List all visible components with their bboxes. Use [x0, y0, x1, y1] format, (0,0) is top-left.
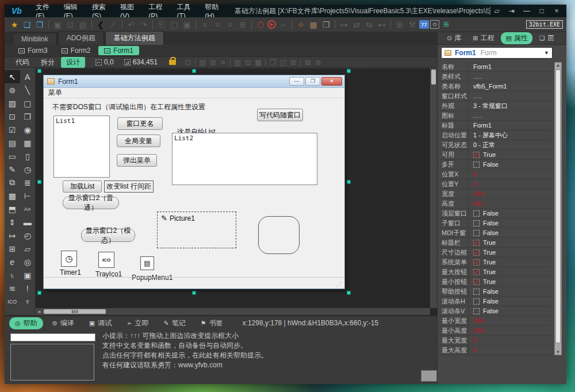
property-value[interactable]: False	[483, 306, 499, 316]
property-value[interactable]: 0	[473, 170, 477, 179]
compile-cube-icon[interactable]: ⬡	[255, 19, 266, 30]
toolbar-separator[interactable]	[335, 20, 335, 29]
property-value[interactable]: False	[483, 297, 499, 306]
space-h-icon[interactable]: ❐	[267, 58, 278, 67]
selection-handle[interactable]	[37, 291, 41, 295]
align-right-icon[interactable]: ≡	[224, 19, 236, 30]
property-row[interactable]: 窗口样式 ....	[439, 91, 551, 101]
chrome-browser-tool[interactable]: ◎	[20, 255, 36, 268]
checkbox-icon[interactable]	[473, 249, 480, 256]
property-value[interactable]: False	[483, 287, 499, 296]
form-tab[interactable]: ▭Form1	[98, 46, 139, 55]
pointer-tool[interactable]: ↖	[5, 70, 20, 83]
datepicker-tool[interactable]: ◴	[20, 229, 36, 242]
picturebox-picture1[interactable]: ✎Picture1	[157, 212, 236, 248]
properties-scroll-thumb[interactable]	[555, 70, 561, 343]
property-value[interactable]: True	[483, 248, 496, 257]
lock-icon[interactable]	[169, 60, 176, 65]
comment-icon[interactable]: ⊞	[394, 19, 405, 30]
selection-handle[interactable]	[347, 291, 351, 295]
hslider-tool[interactable]: ↦	[5, 229, 20, 242]
scroll-up-arrow[interactable]: ▲	[555, 63, 561, 68]
delete-icon[interactable]: ▣	[181, 19, 193, 30]
minimize-icon[interactable]: —	[520, 7, 533, 15]
toolbar-separator[interactable]	[195, 20, 196, 29]
help-search-input[interactable]	[10, 333, 95, 341]
frame-tool[interactable]: ▢	[20, 97, 36, 110]
property-row[interactable]: 启动位置 1 - 屏幕中心	[439, 130, 551, 140]
checkbox-icon[interactable]	[473, 230, 480, 236]
property-value[interactable]: False	[483, 160, 499, 169]
view-mode-button[interactable]: 设计	[61, 57, 85, 68]
form-maximize-button[interactable]: ❐	[305, 77, 320, 86]
code-tool1-icon[interactable]: ⊶	[338, 19, 350, 30]
tools-icon[interactable]: ⚒	[407, 19, 418, 30]
property-value[interactable]: 3 - 常规窗口	[473, 101, 508, 110]
selection-handle[interactable]	[37, 69, 41, 73]
selection-handle[interactable]	[192, 291, 196, 295]
trayicon-component-icon[interactable]: ICO	[98, 252, 114, 268]
grid-tool[interactable]: ▩	[5, 189, 20, 202]
font-size-icon[interactable]: 77	[419, 20, 429, 29]
radio-tool[interactable]: ◉	[20, 123, 36, 136]
timer-tool[interactable]: ◷	[20, 163, 36, 176]
textbox-tool[interactable]: ▭	[5, 149, 20, 163]
anchor-tool[interactable]: ♆	[20, 295, 36, 308]
code-tool2-icon[interactable]: ⇄	[351, 19, 362, 30]
view-mode-button[interactable]: 代码	[10, 57, 34, 68]
property-value[interactable]: 0	[473, 345, 477, 355]
richedit-tool[interactable]: ⧉	[5, 176, 20, 189]
close-icon[interactable]: ×	[550, 7, 563, 15]
tab-immediate[interactable]: ➢立即	[121, 317, 154, 329]
scroll-down-arrow[interactable]: ▼	[555, 349, 561, 355]
tab-help[interactable]: ◎帮助	[9, 317, 43, 329]
align-centers-icon[interactable]: ⊞	[208, 58, 218, 67]
property-value[interactable]: 0 - 正常	[473, 140, 495, 149]
image-library-icon[interactable]: ▦	[308, 19, 319, 30]
button-rename-window[interactable]: 窗口更名	[117, 117, 163, 130]
window-tool[interactable]: ❐	[20, 110, 36, 123]
property-value[interactable]: ....	[473, 72, 482, 81]
form-menu-item[interactable]: 菜单	[44, 88, 344, 98]
lock-all-icon[interactable]: ⊛	[313, 58, 323, 67]
property-value[interactable]: False	[483, 218, 499, 228]
new-project-icon[interactable]: ❏	[21, 19, 33, 30]
form-tab[interactable]: ▭Form3	[13, 46, 53, 55]
property-row[interactable]: 帮助按钮 False	[439, 287, 551, 297]
same-width-icon[interactable]: ▥	[232, 58, 243, 67]
form-tab[interactable]: ▭Form2	[56, 46, 97, 55]
form-resize-grip[interactable]: ⋰	[336, 281, 342, 287]
undo-icon[interactable]: ↶	[125, 19, 137, 30]
property-value[interactable]: True	[483, 277, 496, 286]
maximize-icon[interactable]: □	[535, 7, 548, 15]
selection-handle[interactable]	[347, 180, 351, 184]
checkbox-icon[interactable]	[473, 308, 480, 314]
button-show-window2-normal[interactable]: 显示窗口2（普通）	[63, 197, 119, 209]
align-rights-icon[interactable]: ≡	[218, 58, 228, 67]
property-row[interactable]: 图标 ....	[439, 111, 551, 121]
save-icon[interactable]: ▣	[52, 19, 63, 30]
selection-handle[interactable]	[37, 180, 41, 184]
properties-scrollbar[interactable]: ▲ ▼	[554, 62, 562, 355]
tab-tool[interactable]: ⬒	[5, 202, 20, 216]
popupmenu-component-icon[interactable]: ▤	[140, 256, 154, 270]
property-row[interactable]: 滚动条V False	[439, 306, 551, 316]
tab-bookmarks[interactable]: ⚑书签	[195, 317, 229, 329]
property-value[interactable]: True	[483, 238, 496, 247]
run-icon[interactable]: ▶	[267, 20, 276, 29]
property-row[interactable]: 宽度 634	[439, 189, 551, 199]
folder-icon[interactable]: ❒	[320, 19, 332, 30]
checkbox-icon[interactable]	[473, 240, 480, 246]
favorites-box-icon[interactable]: ✩	[430, 20, 439, 29]
property-row[interactable]: 最大宽度 0	[439, 336, 551, 345]
tab-properties[interactable]: ▤属性	[501, 32, 532, 44]
tab-project[interactable]: ⊞工程	[468, 32, 499, 44]
property-row[interactable]: 位置Y 0	[439, 179, 551, 189]
label-tool[interactable]: A	[20, 70, 36, 83]
calendar-tool[interactable]: ⊞	[5, 242, 20, 255]
grid-snap-icon[interactable]: ⊞	[288, 58, 298, 67]
label-dos-hint[interactable]: 不需要DOS窗口（调试输出用）在工程属性里设置	[52, 102, 205, 112]
code-tool3-icon[interactable]: ⇆	[363, 19, 375, 30]
favorite-icon[interactable]: ★	[9, 19, 20, 30]
align-center-icon[interactable]: ≡	[212, 19, 223, 30]
